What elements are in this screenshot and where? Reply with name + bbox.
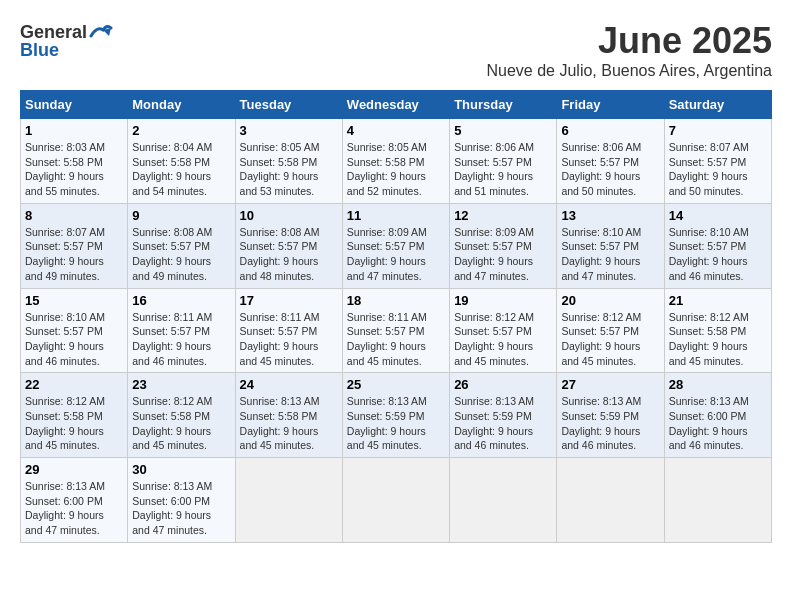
location-title: Nueve de Julio, Buenos Aires, Argentina bbox=[486, 62, 772, 80]
day-info: Sunrise: 8:12 AM Sunset: 5:58 PM Dayligh… bbox=[132, 394, 230, 453]
calendar-cell: 29 Sunrise: 8:13 AM Sunset: 6:00 PM Dayl… bbox=[21, 458, 128, 543]
month-title: June 2025 bbox=[486, 20, 772, 62]
day-info: Sunrise: 8:11 AM Sunset: 5:57 PM Dayligh… bbox=[347, 310, 445, 369]
day-number: 7 bbox=[669, 123, 767, 138]
calendar-week-row: 29 Sunrise: 8:13 AM Sunset: 6:00 PM Dayl… bbox=[21, 458, 772, 543]
calendar-cell bbox=[450, 458, 557, 543]
header-tuesday: Tuesday bbox=[235, 91, 342, 119]
day-info: Sunrise: 8:13 AM Sunset: 6:00 PM Dayligh… bbox=[25, 479, 123, 538]
day-info: Sunrise: 8:09 AM Sunset: 5:57 PM Dayligh… bbox=[347, 225, 445, 284]
calendar-cell: 2 Sunrise: 8:04 AM Sunset: 5:58 PM Dayli… bbox=[128, 119, 235, 204]
day-number: 21 bbox=[669, 293, 767, 308]
day-number: 29 bbox=[25, 462, 123, 477]
calendar-cell: 22 Sunrise: 8:12 AM Sunset: 5:58 PM Dayl… bbox=[21, 373, 128, 458]
day-number: 14 bbox=[669, 208, 767, 223]
day-info: Sunrise: 8:11 AM Sunset: 5:57 PM Dayligh… bbox=[240, 310, 338, 369]
logo-icon bbox=[89, 20, 113, 44]
day-info: Sunrise: 8:13 AM Sunset: 5:59 PM Dayligh… bbox=[561, 394, 659, 453]
calendar-cell: 23 Sunrise: 8:12 AM Sunset: 5:58 PM Dayl… bbox=[128, 373, 235, 458]
logo: General Blue bbox=[20, 20, 113, 61]
day-number: 6 bbox=[561, 123, 659, 138]
calendar-cell bbox=[235, 458, 342, 543]
day-number: 20 bbox=[561, 293, 659, 308]
header-sunday: Sunday bbox=[21, 91, 128, 119]
day-info: Sunrise: 8:11 AM Sunset: 5:57 PM Dayligh… bbox=[132, 310, 230, 369]
calendar-cell: 4 Sunrise: 8:05 AM Sunset: 5:58 PM Dayli… bbox=[342, 119, 449, 204]
header-saturday: Saturday bbox=[664, 91, 771, 119]
day-info: Sunrise: 8:12 AM Sunset: 5:58 PM Dayligh… bbox=[669, 310, 767, 369]
day-info: Sunrise: 8:13 AM Sunset: 5:58 PM Dayligh… bbox=[240, 394, 338, 453]
day-info: Sunrise: 8:13 AM Sunset: 5:59 PM Dayligh… bbox=[454, 394, 552, 453]
calendar-cell: 17 Sunrise: 8:11 AM Sunset: 5:57 PM Dayl… bbox=[235, 288, 342, 373]
day-number: 16 bbox=[132, 293, 230, 308]
page-header: General Blue June 2025 Nueve de Julio, B… bbox=[20, 20, 772, 80]
calendar-cell: 18 Sunrise: 8:11 AM Sunset: 5:57 PM Dayl… bbox=[342, 288, 449, 373]
day-info: Sunrise: 8:08 AM Sunset: 5:57 PM Dayligh… bbox=[240, 225, 338, 284]
calendar-cell: 28 Sunrise: 8:13 AM Sunset: 6:00 PM Dayl… bbox=[664, 373, 771, 458]
calendar-cell: 5 Sunrise: 8:06 AM Sunset: 5:57 PM Dayli… bbox=[450, 119, 557, 204]
day-info: Sunrise: 8:12 AM Sunset: 5:57 PM Dayligh… bbox=[561, 310, 659, 369]
day-number: 12 bbox=[454, 208, 552, 223]
day-info: Sunrise: 8:03 AM Sunset: 5:58 PM Dayligh… bbox=[25, 140, 123, 199]
day-number: 28 bbox=[669, 377, 767, 392]
calendar-week-row: 15 Sunrise: 8:10 AM Sunset: 5:57 PM Dayl… bbox=[21, 288, 772, 373]
calendar-cell: 6 Sunrise: 8:06 AM Sunset: 5:57 PM Dayli… bbox=[557, 119, 664, 204]
day-number: 27 bbox=[561, 377, 659, 392]
header-monday: Monday bbox=[128, 91, 235, 119]
calendar-cell: 9 Sunrise: 8:08 AM Sunset: 5:57 PM Dayli… bbox=[128, 203, 235, 288]
day-number: 26 bbox=[454, 377, 552, 392]
logo-blue: Blue bbox=[20, 40, 59, 61]
calendar-cell: 3 Sunrise: 8:05 AM Sunset: 5:58 PM Dayli… bbox=[235, 119, 342, 204]
day-info: Sunrise: 8:07 AM Sunset: 5:57 PM Dayligh… bbox=[25, 225, 123, 284]
day-number: 11 bbox=[347, 208, 445, 223]
calendar-cell: 7 Sunrise: 8:07 AM Sunset: 5:57 PM Dayli… bbox=[664, 119, 771, 204]
day-number: 19 bbox=[454, 293, 552, 308]
calendar-cell: 14 Sunrise: 8:10 AM Sunset: 5:57 PM Dayl… bbox=[664, 203, 771, 288]
day-number: 9 bbox=[132, 208, 230, 223]
day-info: Sunrise: 8:10 AM Sunset: 5:57 PM Dayligh… bbox=[25, 310, 123, 369]
day-number: 8 bbox=[25, 208, 123, 223]
calendar-cell: 8 Sunrise: 8:07 AM Sunset: 5:57 PM Dayli… bbox=[21, 203, 128, 288]
calendar-cell bbox=[557, 458, 664, 543]
calendar-cell: 13 Sunrise: 8:10 AM Sunset: 5:57 PM Dayl… bbox=[557, 203, 664, 288]
day-info: Sunrise: 8:13 AM Sunset: 6:00 PM Dayligh… bbox=[669, 394, 767, 453]
day-info: Sunrise: 8:10 AM Sunset: 5:57 PM Dayligh… bbox=[561, 225, 659, 284]
header-wednesday: Wednesday bbox=[342, 91, 449, 119]
calendar-cell: 21 Sunrise: 8:12 AM Sunset: 5:58 PM Dayl… bbox=[664, 288, 771, 373]
calendar-cell: 19 Sunrise: 8:12 AM Sunset: 5:57 PM Dayl… bbox=[450, 288, 557, 373]
calendar-cell: 20 Sunrise: 8:12 AM Sunset: 5:57 PM Dayl… bbox=[557, 288, 664, 373]
day-number: 24 bbox=[240, 377, 338, 392]
calendar-week-row: 1 Sunrise: 8:03 AM Sunset: 5:58 PM Dayli… bbox=[21, 119, 772, 204]
day-info: Sunrise: 8:09 AM Sunset: 5:57 PM Dayligh… bbox=[454, 225, 552, 284]
calendar-week-row: 22 Sunrise: 8:12 AM Sunset: 5:58 PM Dayl… bbox=[21, 373, 772, 458]
calendar-week-row: 8 Sunrise: 8:07 AM Sunset: 5:57 PM Dayli… bbox=[21, 203, 772, 288]
title-area: June 2025 Nueve de Julio, Buenos Aires, … bbox=[486, 20, 772, 80]
calendar-cell: 27 Sunrise: 8:13 AM Sunset: 5:59 PM Dayl… bbox=[557, 373, 664, 458]
day-info: Sunrise: 8:06 AM Sunset: 5:57 PM Dayligh… bbox=[454, 140, 552, 199]
day-info: Sunrise: 8:05 AM Sunset: 5:58 PM Dayligh… bbox=[347, 140, 445, 199]
day-info: Sunrise: 8:05 AM Sunset: 5:58 PM Dayligh… bbox=[240, 140, 338, 199]
day-info: Sunrise: 8:10 AM Sunset: 5:57 PM Dayligh… bbox=[669, 225, 767, 284]
day-number: 30 bbox=[132, 462, 230, 477]
calendar-cell: 12 Sunrise: 8:09 AM Sunset: 5:57 PM Dayl… bbox=[450, 203, 557, 288]
day-info: Sunrise: 8:13 AM Sunset: 5:59 PM Dayligh… bbox=[347, 394, 445, 453]
day-number: 10 bbox=[240, 208, 338, 223]
calendar-cell: 10 Sunrise: 8:08 AM Sunset: 5:57 PM Dayl… bbox=[235, 203, 342, 288]
calendar-cell: 26 Sunrise: 8:13 AM Sunset: 5:59 PM Dayl… bbox=[450, 373, 557, 458]
day-number: 3 bbox=[240, 123, 338, 138]
day-number: 5 bbox=[454, 123, 552, 138]
day-info: Sunrise: 8:07 AM Sunset: 5:57 PM Dayligh… bbox=[669, 140, 767, 199]
calendar-cell: 11 Sunrise: 8:09 AM Sunset: 5:57 PM Dayl… bbox=[342, 203, 449, 288]
calendar-table: Sunday Monday Tuesday Wednesday Thursday… bbox=[20, 90, 772, 543]
day-number: 22 bbox=[25, 377, 123, 392]
day-info: Sunrise: 8:06 AM Sunset: 5:57 PM Dayligh… bbox=[561, 140, 659, 199]
header-thursday: Thursday bbox=[450, 91, 557, 119]
day-number: 2 bbox=[132, 123, 230, 138]
day-number: 18 bbox=[347, 293, 445, 308]
day-info: Sunrise: 8:04 AM Sunset: 5:58 PM Dayligh… bbox=[132, 140, 230, 199]
calendar-cell: 24 Sunrise: 8:13 AM Sunset: 5:58 PM Dayl… bbox=[235, 373, 342, 458]
header-friday: Friday bbox=[557, 91, 664, 119]
calendar-cell: 15 Sunrise: 8:10 AM Sunset: 5:57 PM Dayl… bbox=[21, 288, 128, 373]
day-number: 13 bbox=[561, 208, 659, 223]
day-number: 17 bbox=[240, 293, 338, 308]
